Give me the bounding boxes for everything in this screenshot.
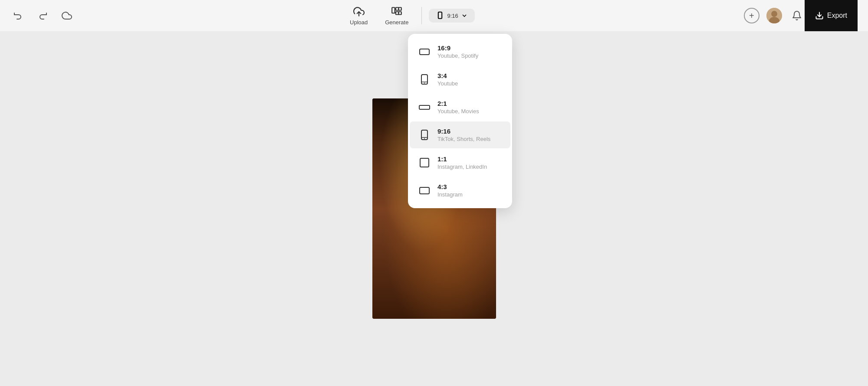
landscape-icon <box>418 46 431 58</box>
export-button[interactable]: Export <box>805 0 858 31</box>
add-button[interactable]: + <box>744 8 760 23</box>
aspect-ratio-option-9-16[interactable]: 9:16 TikTok, Shorts, Reels <box>410 121 510 148</box>
platforms-label-1-1: Instagram, LinkedIn <box>437 164 487 170</box>
square-icon <box>418 157 431 169</box>
item-text-16-9: 16:9 Youtube, Spotify <box>437 44 478 59</box>
aspect-ratio-icon-row: 9:16 <box>436 11 467 20</box>
item-text-3-4: 3:4 Youtube <box>437 72 458 87</box>
upload-button[interactable]: Upload <box>344 3 374 28</box>
svg-rect-3 <box>399 7 402 10</box>
ratio-label-1-1: 1:1 <box>437 155 487 163</box>
ratio-label-4-3: 4:3 <box>437 183 463 190</box>
wide-landscape-icon <box>418 101 431 113</box>
ratio-label-3-4: 3:4 <box>437 72 458 79</box>
aspect-ratio-option-16-9[interactable]: 16:9 Youtube, Spotify <box>410 38 510 65</box>
mobile-portrait-icon <box>418 129 431 141</box>
item-text-2-1: 2:1 Youtube, Movies <box>437 100 479 114</box>
aspect-ratio-option-4-3[interactable]: 4:3 Instagram <box>410 177 510 204</box>
platforms-label-3-4: Youtube <box>437 80 458 87</box>
platforms-label-9-16: TikTok, Shorts, Reels <box>437 136 490 142</box>
svg-point-8 <box>771 11 777 17</box>
platforms-label-2-1: Youtube, Movies <box>437 108 479 114</box>
add-icon: + <box>749 11 754 21</box>
svg-rect-11 <box>420 49 429 55</box>
aspect-ratio-option-3-4[interactable]: 3:4 Youtube <box>410 66 510 93</box>
svg-rect-6 <box>438 12 442 19</box>
platforms-label-4-3: Instagram <box>437 191 463 198</box>
svg-rect-5 <box>399 12 402 15</box>
toolbar-left <box>10 8 75 23</box>
aspect-ratio-label: 9:16 <box>447 13 458 19</box>
generate-label: Generate <box>385 19 408 26</box>
ratio-label-9-16: 9:16 <box>437 128 490 135</box>
svg-rect-20 <box>420 187 429 194</box>
toolbar-right: + <box>744 8 805 23</box>
ratio-label-16-9: 16:9 <box>437 44 478 52</box>
ratio-label-2-1: 2:1 <box>437 100 479 107</box>
save-button[interactable] <box>59 8 75 23</box>
platforms-label-16-9: Youtube, Spotify <box>437 52 478 59</box>
upload-label: Upload <box>350 19 368 26</box>
svg-rect-1 <box>392 7 395 13</box>
item-text-4-3: 4:3 Instagram <box>437 183 463 198</box>
svg-point-18 <box>424 138 425 139</box>
svg-point-14 <box>424 83 425 84</box>
aspect-ratio-button[interactable]: 9:16 <box>429 9 474 23</box>
portrait-icon <box>418 73 431 85</box>
export-label: Export <box>827 12 847 20</box>
redo-button[interactable] <box>35 8 50 23</box>
toolbar: Upload Generate 9:16 <box>0 0 868 31</box>
aspect-ratio-option-1-1[interactable]: 1:1 Instagram, LinkedIn <box>410 149 510 176</box>
undo-button[interactable] <box>10 8 26 23</box>
aspect-ratio-option-2-1[interactable]: 2:1 Youtube, Movies <box>410 94 510 121</box>
aspect-ratio-dropdown: 16:9 Youtube, Spotify 3:4 Youtube 2:1 Yo… <box>408 34 512 208</box>
avatar[interactable] <box>766 8 782 23</box>
svg-rect-15 <box>419 105 430 109</box>
svg-rect-19 <box>420 158 429 167</box>
landscape-small-icon <box>418 184 431 196</box>
item-text-1-1: 1:1 Instagram, LinkedIn <box>437 155 487 170</box>
item-text-9-16: 9:16 TikTok, Shorts, Reels <box>437 128 490 142</box>
notification-button[interactable] <box>789 8 805 23</box>
toolbar-center: Upload Generate 9:16 <box>75 3 744 28</box>
generate-button[interactable]: Generate <box>379 3 414 28</box>
toolbar-divider <box>421 7 422 24</box>
